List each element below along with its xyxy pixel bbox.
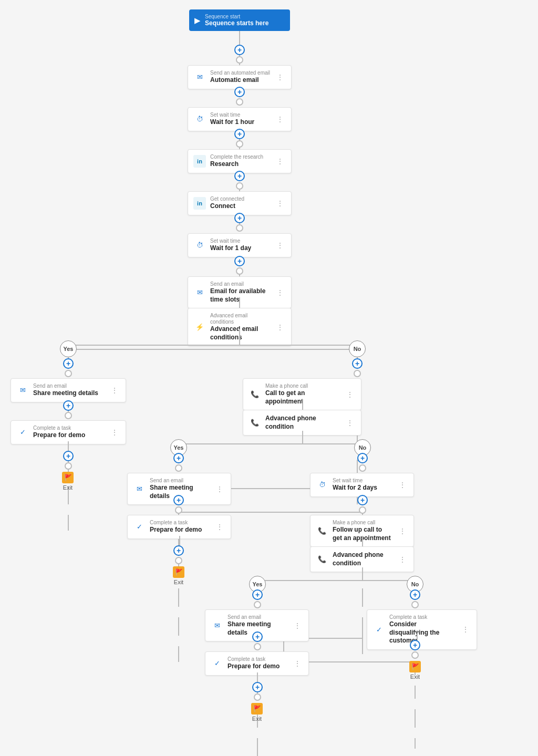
plus-btn-yes1c[interactable]: +: [63, 451, 74, 461]
wait-1hour-node: ⏱ Set wait time Wait for 1 hour ⋮: [188, 107, 292, 131]
yes-branch-label: Yes: [60, 340, 77, 357]
circle-no1: [354, 370, 361, 377]
clock-icon-2: ⏱: [193, 239, 206, 252]
linkedin-icon-2: in: [193, 197, 206, 210]
plus-btn-1[interactable]: +: [234, 45, 245, 55]
phone-icon-1: 📞: [249, 388, 261, 401]
linkedin-icon-1: in: [193, 155, 206, 168]
menu-btn[interactable]: ⋮: [274, 198, 286, 209]
task-icon-4: ✓: [373, 623, 385, 636]
circle-yes2: [175, 464, 182, 472]
circle-yes2c: [175, 557, 182, 564]
circle-no3b: [411, 651, 419, 659]
plus-btn-no3[interactable]: +: [410, 589, 420, 600]
circle-no2b: [359, 506, 366, 514]
circle-yes1c: [65, 462, 72, 470]
plus-btn-2[interactable]: +: [234, 87, 245, 97]
circle-no3: [411, 601, 419, 608]
prepare-demo-yes3-node: ✓ Complete a task Prepare for demo ⋮: [205, 651, 309, 676]
menu-btn[interactable]: ⋮: [214, 522, 225, 532]
exit-icon-3: 🚩: [251, 703, 263, 714]
plus-btn-no2b[interactable]: +: [357, 495, 368, 505]
automatic-email-node: ✉ Send an automated email Automatic emai…: [188, 65, 292, 89]
task-icon-2: ✓: [133, 521, 146, 533]
plus-btn-yes3b[interactable]: +: [252, 631, 263, 642]
email-icon: ✉: [193, 71, 206, 84]
menu-btn[interactable]: ⋮: [109, 385, 120, 396]
menu-btn[interactable]: ⋮: [214, 484, 225, 494]
exit-icon-2: 🚩: [173, 566, 184, 578]
prepare-demo-yes2-node: ✓ Complete a task Prepare for demo ⋮: [127, 515, 231, 539]
menu-btn[interactable]: ⋮: [274, 322, 286, 333]
plus-btn-no3b[interactable]: +: [410, 640, 420, 650]
flow-canvas: ▶ Sequence start Sequence starts here + …: [0, 0, 538, 756]
menu-btn[interactable]: ⋮: [274, 72, 286, 82]
no-branch-label: No: [349, 340, 366, 357]
circle-2: [236, 98, 243, 106]
exit-icon-1: 🚩: [62, 472, 74, 483]
condition-icon: ⚡: [193, 321, 206, 334]
circle-5: [236, 224, 243, 232]
plus-btn-yes2c[interactable]: +: [173, 545, 184, 556]
circle-no2: [359, 464, 366, 472]
menu-btn[interactable]: ⋮: [274, 114, 286, 125]
email-icon-5: ✉: [211, 619, 223, 632]
plus-btn-yes3[interactable]: +: [252, 589, 263, 600]
plus-btn-5[interactable]: +: [234, 213, 245, 223]
start-icon: ▶: [194, 16, 201, 25]
menu-btn[interactable]: ⋮: [274, 240, 286, 251]
exit-icon-4: 🚩: [409, 661, 421, 672]
plus-btn-yes2[interactable]: +: [173, 453, 184, 463]
phone-condition-icon-2: 📞: [316, 553, 328, 566]
wait-1day-node: ⏱ Set wait time Wait for 1 day ⋮: [188, 233, 292, 257]
exit-1-node: 🚩 Exit: [62, 472, 74, 491]
menu-btn[interactable]: ⋮: [274, 287, 286, 298]
menu-btn[interactable]: ⋮: [397, 554, 408, 565]
menu-btn[interactable]: ⋮: [292, 620, 303, 631]
plus-btn-6[interactable]: +: [234, 256, 245, 266]
circle-3: [236, 140, 243, 148]
prepare-demo-yes1-node: ✓ Complete a task Prepare for demo ⋮: [11, 420, 126, 444]
clock-icon-3: ⏱: [316, 479, 328, 491]
research-node: in Complete the research Research ⋮: [188, 149, 292, 173]
share-meeting-yes1-node: ✉ Send an email Share meeting details ⋮: [11, 378, 126, 402]
menu-btn[interactable]: ⋮: [292, 658, 303, 669]
disqualify-node: ✓ Complete a task Consider disqualifying…: [367, 609, 477, 650]
circle-4: [236, 182, 243, 190]
plus-btn-yes1b[interactable]: +: [63, 400, 74, 411]
menu-btn[interactable]: ⋮: [460, 624, 471, 635]
menu-btn[interactable]: ⋮: [397, 526, 408, 536]
email-icon-2: ✉: [193, 286, 206, 299]
plus-btn-3[interactable]: +: [234, 129, 245, 139]
circle-yes3b: [254, 643, 261, 650]
exit-4-node: 🚩 Exit: [409, 661, 421, 680]
plus-btn-yes3c[interactable]: +: [252, 682, 263, 692]
circle-yes1: [65, 370, 72, 377]
menu-btn[interactable]: ⋮: [344, 418, 356, 428]
circle-yes2b: [175, 506, 182, 514]
task-icon-3: ✓: [211, 657, 223, 670]
circle-yes1b: [65, 412, 72, 419]
plus-btn-no2[interactable]: +: [357, 453, 368, 463]
plus-btn-yes2b[interactable]: +: [173, 495, 184, 505]
plus-btn-yes1[interactable]: +: [63, 358, 74, 369]
exit-3-node: 🚩 Exit: [251, 703, 263, 722]
exit-2-node: 🚩 Exit: [173, 566, 184, 585]
plus-btn-4[interactable]: +: [234, 171, 245, 181]
circle-6: [236, 267, 243, 275]
email-icon-4: ✉: [133, 483, 146, 495]
menu-btn[interactable]: ⋮: [397, 480, 408, 490]
menu-btn[interactable]: ⋮: [274, 156, 286, 167]
wait-2days-node: ⏱ Set wait time Wait for 2 days ⋮: [310, 473, 414, 497]
circle-1: [236, 56, 243, 64]
menu-btn[interactable]: ⋮: [109, 427, 120, 438]
menu-btn[interactable]: ⋮: [344, 389, 356, 400]
start-node: ▶ Sequence start Sequence starts here: [189, 9, 290, 31]
clock-icon-1: ⏱: [193, 113, 206, 126]
phone-condition-icon-1: 📞: [249, 417, 261, 429]
circle-yes3: [254, 601, 261, 608]
start-text: Sequence start Sequence starts here: [205, 14, 268, 27]
phone-icon-2: 📞: [316, 525, 328, 537]
plus-btn-no1[interactable]: +: [352, 358, 363, 369]
email-icon-3: ✉: [16, 384, 29, 397]
